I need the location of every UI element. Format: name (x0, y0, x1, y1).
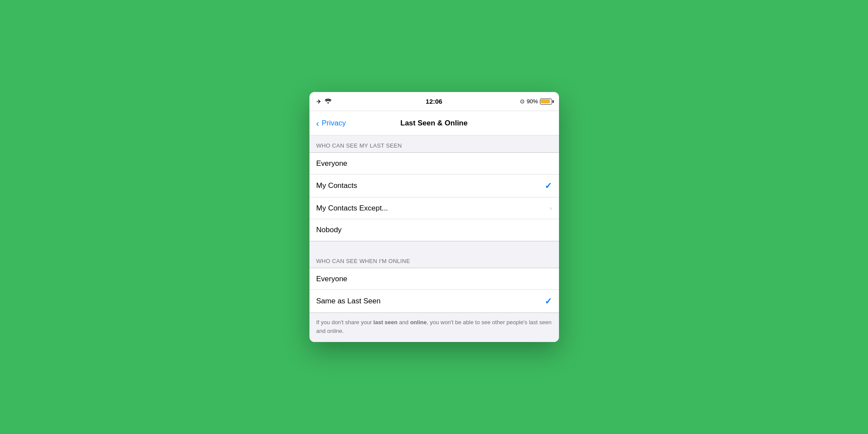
everyone-online-label: Everyone (316, 275, 348, 283)
list-item-nobody[interactable]: Nobody (309, 219, 559, 241)
my-contacts-checkmark: ✓ (545, 181, 552, 191)
everyone-last-seen-label: Everyone (316, 159, 348, 168)
airplane-icon: ✈ (316, 98, 322, 105)
page-title: Last Seen & Online (401, 119, 468, 128)
list-item-my-contacts-except[interactable]: My Contacts Except... › (309, 197, 559, 219)
battery-fill (541, 99, 550, 103)
my-contacts-except-label: My Contacts Except... (316, 204, 388, 213)
last-seen-section-header: WHO CAN SEE MY LAST SEEN (309, 135, 559, 152)
screen-time-icon: ⊙ (520, 98, 525, 105)
status-bar: ✈ 12:06 ⊙ 90% (309, 92, 559, 111)
chevron-right-icon: › (549, 204, 552, 212)
online-list: Everyone Same as Last Seen ✓ (309, 268, 559, 313)
status-time: 12:06 (426, 98, 442, 105)
my-contacts-label: My Contacts (316, 181, 357, 190)
list-item-everyone-last-seen[interactable]: Everyone (309, 153, 559, 174)
chevron-left-icon: ‹ (316, 119, 319, 128)
list-item-everyone-online[interactable]: Everyone (309, 268, 559, 290)
list-item-my-contacts[interactable]: My Contacts ✓ (309, 174, 559, 197)
battery-percent: 90% (526, 98, 538, 105)
status-right: ⊙ 90% (520, 98, 552, 105)
svg-point-0 (327, 102, 329, 103)
nobody-label: Nobody (316, 226, 342, 234)
same-as-last-seen-label: Same as Last Seen (316, 297, 381, 306)
bold-online: online (410, 319, 427, 326)
bold-last-seen: last seen (373, 319, 398, 326)
battery-bar (540, 99, 552, 105)
last-seen-list: Everyone My Contacts ✓ My Contacts Excep… (309, 152, 559, 241)
section-gap (309, 241, 559, 251)
online-section-header: WHO CAN SEE WHEN I'M ONLINE (309, 251, 559, 268)
wifi-icon (324, 98, 332, 105)
back-button[interactable]: ‹ Privacy (316, 119, 346, 128)
back-label: Privacy (322, 119, 346, 128)
same-as-last-seen-checkmark: ✓ (545, 296, 552, 306)
phone-frame: ✈ 12:06 ⊙ 90% ‹ Privacy Last Seen & Onli… (309, 92, 559, 342)
status-left: ✈ (316, 98, 332, 105)
footer-text: If you don't share your last seen and on… (309, 313, 559, 342)
list-item-same-as-last-seen[interactable]: Same as Last Seen ✓ (309, 290, 559, 312)
nav-bar: ‹ Privacy Last Seen & Online (309, 111, 559, 135)
content: WHO CAN SEE MY LAST SEEN Everyone My Con… (309, 135, 559, 342)
